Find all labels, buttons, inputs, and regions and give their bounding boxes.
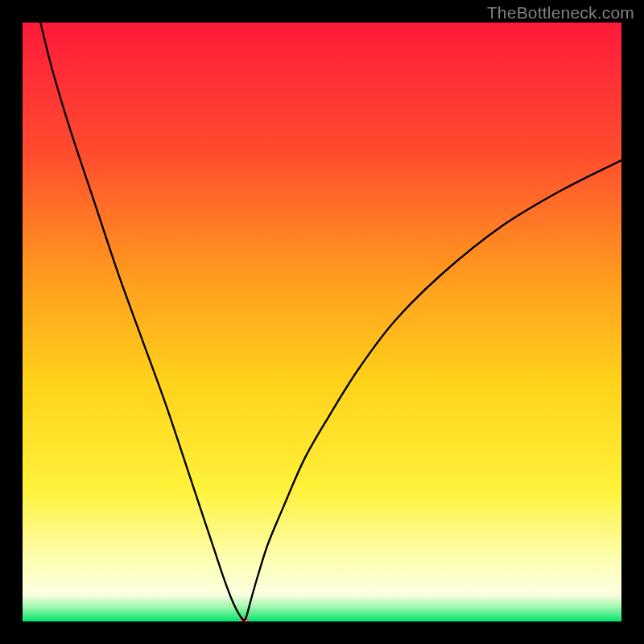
- watermark-text: TheBottleneck.com: [487, 3, 634, 23]
- outer-frame: TheBottleneck.com: [0, 0, 644, 644]
- chart-svg: [23, 23, 621, 621]
- plot-area: [23, 23, 621, 621]
- gradient-background: [23, 23, 621, 621]
